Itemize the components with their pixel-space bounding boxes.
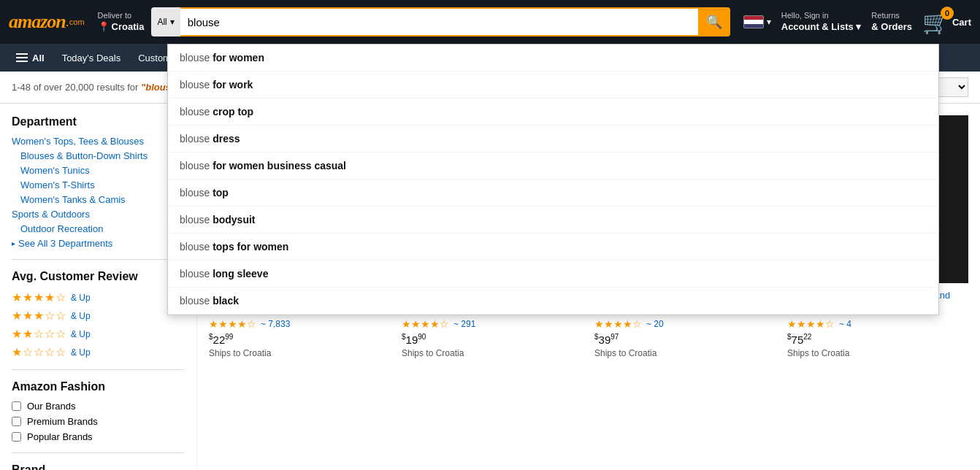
autocomplete-suffix: crop top xyxy=(213,106,253,118)
nav-all-label: All xyxy=(32,53,45,63)
review-2star[interactable]: ★★☆☆☆ & Up xyxy=(12,327,185,341)
sidebar-see-all[interactable]: ▸ See All 3 Departments xyxy=(12,238,185,249)
premium-brands-label: Premium Brands xyxy=(27,416,98,427)
product-stars-2: ★★★★☆ xyxy=(402,318,449,330)
stars-2-icon: ★★☆☆☆ xyxy=(12,327,66,341)
review-1-label: & Up xyxy=(71,347,91,358)
autocomplete-suffix: top xyxy=(213,187,229,199)
review-4star[interactable]: ★★★★☆ & Up xyxy=(12,290,185,304)
autocomplete-suffix: tops for women xyxy=(213,241,288,253)
review-title: Avg. Customer Review xyxy=(12,270,185,283)
deliver-to[interactable]: Deliver to 📍 Croatia xyxy=(98,10,145,33)
category-label: All xyxy=(157,17,166,27)
search-input[interactable] xyxy=(180,7,698,36)
pin-icon: 📍 xyxy=(98,21,110,34)
autocomplete-suffix: black xyxy=(213,295,239,307)
amazon-logo[interactable]: amazon . com xyxy=(9,11,85,33)
autocomplete-suffix: long sleeve xyxy=(213,268,268,280)
review-4-label: & Up xyxy=(71,293,91,303)
premium-brands-checkbox[interactable] xyxy=(12,417,21,426)
cart-count-badge: 0 xyxy=(941,7,954,20)
fashion-popular-brands[interactable]: Popular Brands xyxy=(12,431,185,442)
stars-1-icon: ★☆☆☆☆ xyxy=(12,345,66,359)
header-right: ▾ Hello, Sign in Account & Lists ▾ Retur… xyxy=(743,9,971,35)
popular-brands-checkbox[interactable] xyxy=(12,432,21,442)
returns-top-line: Returns xyxy=(871,10,912,20)
stars-4-icon: ★★★★☆ xyxy=(12,290,66,304)
our-brands-label: Our Brands xyxy=(27,401,75,412)
autocomplete-item-7[interactable]: blouse tops for women xyxy=(168,234,938,261)
autocomplete-prefix: blouse xyxy=(180,214,213,226)
product-stars-4: ★★★★☆ xyxy=(787,318,835,330)
review-2-label: & Up xyxy=(71,329,91,339)
returns-link[interactable]: Returns & Orders xyxy=(871,10,912,33)
nav-all[interactable]: All xyxy=(9,48,52,68)
product-reviews-2: ~ 291 xyxy=(453,319,475,329)
our-brands-checkbox[interactable] xyxy=(12,401,21,411)
search-category-button[interactable]: All ▾ xyxy=(151,7,180,36)
deliver-location: 📍 Croatia xyxy=(98,21,145,34)
cart-icon-wrap: 🛒 0 xyxy=(922,9,949,35)
search-button[interactable]: 🔍 xyxy=(698,7,730,36)
review-1star[interactable]: ★☆☆☆☆ & Up xyxy=(12,345,185,359)
product-ships-4: Ships to Croatia xyxy=(787,348,968,358)
product-reviews-4: ~ 4 xyxy=(839,319,851,329)
chevron-down-icon: ▾ xyxy=(767,17,771,27)
product-reviews-3: ~ 20 xyxy=(646,319,664,329)
sidebar-tanks[interactable]: Women's Tanks & Camis xyxy=(20,194,185,205)
autocomplete-item-6[interactable]: blouse bodysuit xyxy=(168,207,938,234)
autocomplete-prefix: blouse xyxy=(180,268,213,280)
sidebar-blouses[interactable]: Blouses & Button-Down Shirts xyxy=(20,150,185,161)
account-top-line: Hello, Sign in xyxy=(781,10,862,20)
autocomplete-item-2[interactable]: blouse crop top xyxy=(168,99,938,126)
sidebar-divider-3 xyxy=(12,452,185,453)
search-icon: 🔍 xyxy=(706,14,722,30)
chevron-down-icon: ▾ xyxy=(856,21,861,32)
deliver-label: Deliver to xyxy=(98,10,145,20)
autocomplete-prefix: blouse xyxy=(180,295,213,307)
autocomplete-item-5[interactable]: blouse top xyxy=(168,180,938,207)
results-text: 1-48 of over 20,000 results for "blouse" xyxy=(12,82,180,93)
fashion-our-brands[interactable]: Our Brands xyxy=(12,401,185,412)
account-link[interactable]: Hello, Sign in Account & Lists ▾ xyxy=(781,10,862,33)
autocomplete-item-1[interactable]: blouse for work xyxy=(168,72,938,99)
country-selector[interactable]: ▾ xyxy=(743,15,771,28)
sidebar-divider-1 xyxy=(12,259,185,260)
nav-todays-deals[interactable]: Today's Deals xyxy=(55,48,129,68)
brand-title: Brand xyxy=(12,463,185,470)
sidebar-sports[interactable]: Sports & Outdoors xyxy=(12,209,185,220)
account-bottom-line: Account & Lists ▾ xyxy=(781,21,862,34)
autocomplete-prefix: blouse xyxy=(180,187,213,199)
product-ships-3: Ships to Croatia xyxy=(594,348,776,358)
autocomplete-suffix: bodysuit xyxy=(213,214,255,226)
product-ships-2: Ships to Croatia xyxy=(402,348,583,358)
autocomplete-item-3[interactable]: blouse dress xyxy=(168,126,938,153)
cart-area[interactable]: 🛒 0 Cart xyxy=(922,9,971,35)
chevron-down-icon: ▾ xyxy=(170,17,175,27)
cart-label: Cart xyxy=(952,17,971,28)
fashion-premium-brands[interactable]: Premium Brands xyxy=(12,416,185,427)
product-ships-1: Ships to Croatia xyxy=(209,348,390,358)
sidebar-outdoor-rec[interactable]: Outdoor Recreation xyxy=(20,223,185,234)
autocomplete-item-4[interactable]: blouse for women business casual xyxy=(168,153,938,180)
autocomplete-suffix: for women xyxy=(213,52,264,63)
autocomplete-suffix: for women business casual xyxy=(213,160,346,172)
stars-3-icon: ★★★☆☆ xyxy=(12,309,66,323)
autocomplete-prefix: blouse xyxy=(180,241,213,253)
sidebar-tshirts[interactable]: Women's T-Shirts xyxy=(20,180,185,190)
sidebar-tunics[interactable]: Women's Tunics xyxy=(20,165,185,176)
review-3star[interactable]: ★★★☆☆ & Up xyxy=(12,309,185,323)
autocomplete-prefix: blouse xyxy=(180,79,213,90)
autocomplete-prefix: blouse xyxy=(180,52,213,63)
autocomplete-prefix: blouse xyxy=(180,160,213,172)
autocomplete-item-0[interactable]: blouse for women xyxy=(168,45,938,72)
sidebar-womens-tops[interactable]: Women's Tops, Tees & Blouses xyxy=(12,136,185,147)
autocomplete-item-9[interactable]: blouse black xyxy=(168,288,938,315)
product-reviews-1: ~ 7,833 xyxy=(261,319,290,329)
popular-brands-label: Popular Brands xyxy=(27,431,93,442)
sidebar-divider-2 xyxy=(12,369,185,370)
department-title: Department xyxy=(12,115,185,128)
autocomplete-item-8[interactable]: blouse long sleeve xyxy=(168,261,938,288)
autocomplete-prefix: blouse xyxy=(180,106,213,118)
product-price-4: $7522 xyxy=(787,333,968,346)
